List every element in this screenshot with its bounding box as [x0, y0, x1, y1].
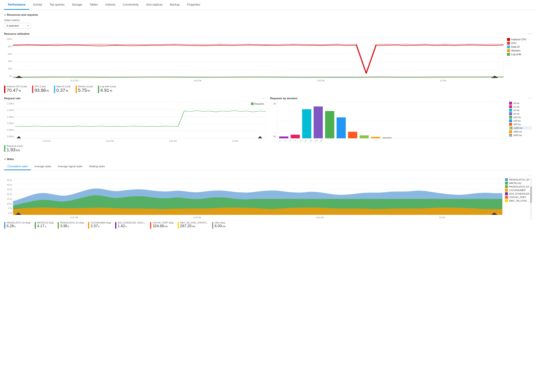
stat-value-sos-scheduler: 1.42 — [118, 224, 125, 228]
legend-item-instance-cpu: Instance CPU — [507, 38, 532, 41]
val-unit-workers: % — [87, 89, 90, 92]
waits-chart-menu[interactable]: ··· — [528, 174, 532, 177]
request-rate-last-label: Requests (Last) — [7, 145, 23, 147]
val-label-instance-cpu: Instance CPU (Last) — [7, 85, 27, 88]
tab-waiting-tasks[interactable]: Waiting tasks — [86, 163, 108, 170]
val-bar-workers — [76, 86, 77, 93]
stat-unit-pageiolatch-sh: s — [14, 225, 15, 228]
tab-cumulative-waits[interactable]: Cumulative waits — [4, 163, 31, 170]
svg-marker-7 — [491, 76, 498, 78]
svg-rect-24 — [337, 117, 346, 138]
legend-color-10ms — [509, 116, 512, 119]
stat-label-pageiolatch-sh: PAGEIOLATCH_SH (Avg) — [7, 222, 31, 224]
waits-legend-scrollbar[interactable] — [530, 178, 532, 219]
stat-wait-on-sync: WAIT_ON_SYNC_STATISTI... 287.20 ms — [178, 222, 208, 229]
stat-bar-wait-on-sync — [178, 222, 179, 229]
stat-bar-cxsync-port — [150, 222, 151, 229]
legend-item-500ms: ≥500 ms — [509, 134, 532, 137]
requests-duration-section: Requests by duration ··· 1M 0M — [270, 96, 532, 153]
legend-item-200ms: ≥200 ms — [509, 130, 532, 133]
tab-backup[interactable]: Backup — [166, 0, 184, 10]
stat-unit-wait-on-sync: ms — [192, 225, 195, 228]
legend-color-5ms — [509, 112, 512, 115]
legend-color-pageiolatch-sh — [505, 178, 508, 181]
val-bar-data-io — [54, 86, 55, 93]
stat-unit-writelog: s — [45, 225, 46, 228]
legend-label-instance-cpu: Instance CPU — [511, 38, 527, 41]
stat-value-pageiolatch-ex: 3.96 — [60, 224, 67, 228]
resources-section-header[interactable]: ∧ Resources and requests — [4, 13, 532, 16]
tab-tables[interactable]: Tables — [86, 0, 102, 10]
waits-chevron-icon: ∧ — [4, 158, 6, 160]
tab-top-queries[interactable]: Top queries — [46, 0, 68, 10]
stat-other: Other (Avg) 6.00 ms — [212, 222, 226, 229]
requests-duration-menu[interactable]: ··· — [528, 96, 532, 100]
stat-unit-cxconsumer: s — [98, 225, 100, 228]
legend-item-writelog: WRITELOG — [505, 182, 532, 185]
legend-item-cpu: CPU — [507, 42, 532, 45]
legend-item-5ms: ≥5 ms — [509, 112, 532, 115]
stat-label-sos-scheduler: SOS_SCHEDULER_YIELD (... — [118, 222, 146, 224]
tab-properties[interactable]: Properties — [183, 0, 204, 10]
val-number-data-io: 0.37 — [56, 88, 65, 93]
val-number-workers: 5.75 — [78, 88, 87, 93]
stat-label-writelog: WRITELOG (Avg) — [37, 222, 54, 224]
request-rate-last-number: 1.93 — [7, 147, 15, 153]
stat-cxconsumer: CXCONSUMER (Avg) 2.07 s — [88, 222, 111, 229]
request-rate-y-axis: 2.50K/s 2.00K/s 1.50K/s 1.00K/s 0.50K/s … — [4, 102, 15, 139]
legend-item-0ms: ≥0 ms — [509, 102, 532, 105]
request-rate-title: Request rate — [4, 97, 20, 100]
val-data-io: Data IO (Last) 0.37 % — [54, 85, 71, 93]
svg-rect-20 — [291, 135, 300, 138]
legend-color-pageiolatch-ex — [505, 185, 508, 188]
request-rate-last-value: Requests (Last) 1.93 K/s — [4, 145, 266, 153]
select-metrics-dropdown[interactable]: 5 selected ▾ — [4, 23, 31, 28]
legend-item-pageiolatch-sh: PAGEIOLATCH_SH — [505, 178, 532, 181]
tab-activity[interactable]: Activity — [29, 0, 46, 10]
resource-legend-values: Instance CPU (Last) 70.47 % CPU (Last) 9… — [4, 85, 532, 93]
legend-label-workers: Workers — [511, 49, 520, 52]
request-rate-chart — [15, 102, 266, 139]
tab-average-waits[interactable]: Average waits — [31, 163, 54, 170]
tab-indexes[interactable]: Indexes — [102, 0, 119, 10]
legend-color-2ms — [509, 109, 512, 112]
waits-chart — [13, 178, 503, 215]
tab-average-signal-waits[interactable]: Average signal waits — [55, 163, 86, 170]
request-rate-x-axis: 9:15 PM 9:30 PM 9:45 PM 10 PM — [15, 139, 266, 143]
val-label-data-io: Data IO (Last) — [56, 85, 71, 88]
stat-unit-other: ms — [222, 225, 226, 228]
legend-color-requests — [251, 103, 254, 105]
stat-sos-scheduler: SOS_SCHEDULER_YIELD (... 1.42 s — [115, 222, 146, 229]
legend-item-log-write: Log write — [507, 53, 532, 56]
legend-item-10ms: ≥10 ms — [509, 116, 532, 119]
legend-color-wait-on-sync — [505, 199, 508, 202]
waits-section-header[interactable]: ∧ Waits — [4, 158, 532, 161]
val-instance-cpu: Instance CPU (Last) 70.47 % — [4, 85, 27, 93]
request-rate-menu[interactable]: ··· — [262, 96, 266, 100]
stat-bar-pageiolatch-ex — [58, 222, 59, 229]
resource-x-axis: 9:15 PM 9:30 PM 9:45 PM 10 PM — [13, 79, 504, 83]
legend-item-workers: Workers — [507, 49, 532, 52]
svg-rect-25 — [348, 132, 357, 138]
legend-item-cxconsumer: CXCONSUMER — [505, 189, 532, 192]
tab-geo-replicas[interactable]: Geo-replicas — [142, 0, 166, 10]
val-log-write: Log write (Last) 4.91 % — [98, 85, 116, 93]
legend-color-writelog — [505, 182, 508, 185]
tab-performance[interactable]: Performance — [4, 0, 29, 10]
legend-item-data-io: Data IO — [507, 46, 532, 48]
legend-color-1ms — [509, 105, 512, 108]
svg-rect-27 — [371, 137, 380, 138]
legend-label-requests: Requests — [254, 103, 264, 105]
resource-util-menu[interactable]: ··· — [528, 32, 532, 36]
legend-item-20ms: ≥20 ms — [509, 119, 532, 122]
legend-color-0ms — [509, 102, 512, 105]
tab-connectivity[interactable]: Connectivity — [119, 0, 142, 10]
legend-item-sos-scheduler: SOS_SCHEDULER... — [505, 192, 532, 195]
legend-color-50ms — [509, 123, 512, 126]
legend-label-data-io: Data IO — [511, 46, 520, 48]
request-rate-bar — [4, 145, 5, 152]
val-bar-cpu — [32, 86, 33, 93]
tab-storage[interactable]: Storage — [68, 0, 86, 10]
val-number-instance-cpu: 70.47 — [7, 88, 18, 93]
legend-color-sos-scheduler — [505, 192, 508, 195]
